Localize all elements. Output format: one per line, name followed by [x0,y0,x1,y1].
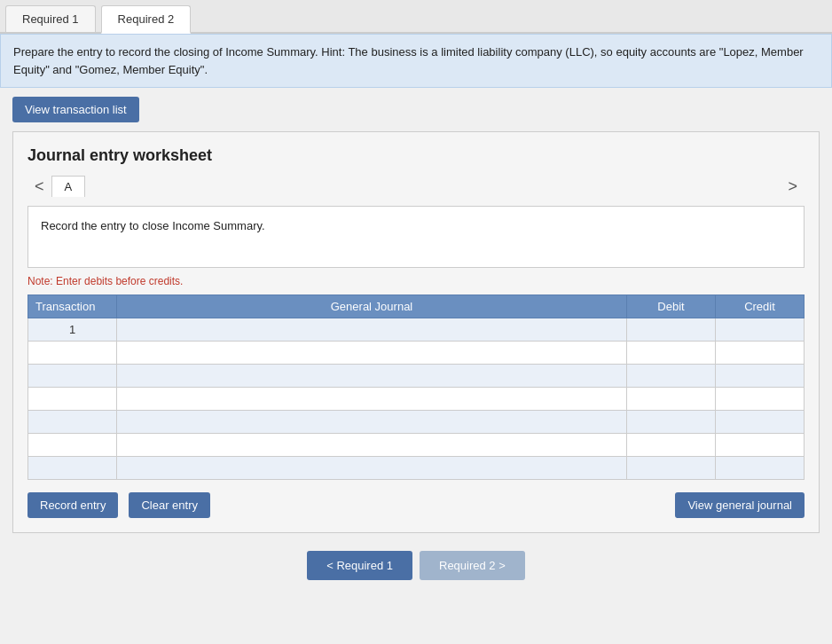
entry-nav: < A > [27,176,805,197]
credit-cell[interactable] [716,342,805,365]
tab-required1[interactable]: Required 1 [5,5,96,32]
clear-entry-button[interactable]: Clear entry [129,492,210,518]
journal-cell[interactable] [117,318,627,342]
journal-input[interactable] [117,342,626,364]
table-row [28,434,805,457]
entry-description-text: Record the entry to close Income Summary… [41,219,265,232]
table-row [28,365,805,388]
journal-table: Transaction General Journal Debit Credit… [27,295,805,480]
hint-text: Prepare the entry to record the closing … [13,45,804,76]
debit-cell[interactable] [627,342,716,365]
journal-cell[interactable] [117,342,627,365]
debit-cell[interactable] [627,411,716,434]
transaction-cell [28,434,117,457]
credit-input[interactable] [716,318,804,341]
credit-input[interactable] [716,342,804,364]
debit-cell[interactable] [627,388,716,411]
credit-input[interactable] [716,434,804,456]
journal-input[interactable] [117,318,626,341]
journal-input[interactable] [117,411,626,433]
journal-cell[interactable] [117,411,627,434]
worksheet-panel: Journal entry worksheet < A > Record the… [12,131,820,533]
record-entry-button[interactable]: Record entry [27,492,118,518]
worksheet-title: Journal entry worksheet [27,146,805,165]
transaction-cell [28,342,117,365]
transaction-cell: 1 [28,318,117,342]
view-transaction-btn[interactable]: View transaction list [12,97,139,122]
debit-cell[interactable] [627,365,716,388]
table-row [28,457,805,480]
buttons-row: Record entry Clear entry View general jo… [27,492,805,518]
view-general-journal-button[interactable]: View general journal [675,492,805,518]
journal-cell[interactable] [117,388,627,411]
debit-input[interactable] [627,434,715,456]
journal-cell[interactable] [117,365,627,388]
journal-input[interactable] [117,434,626,456]
credit-cell[interactable] [716,434,805,457]
entry-tab-a[interactable]: A [51,176,86,197]
prev-entry-arrow[interactable]: < [27,177,51,196]
next-entry-arrow[interactable]: > [781,177,805,196]
tab-required2[interactable]: Required 2 [101,5,192,34]
table-row: 1 [28,318,805,342]
journal-input[interactable] [117,365,626,387]
table-row [28,388,805,411]
col-header-credit: Credit [716,295,805,318]
credit-cell[interactable] [716,318,805,342]
bottom-nav: < Required 1 Required 2 > [0,551,832,598]
transaction-cell [28,365,117,388]
debit-input[interactable] [627,342,715,364]
view-transaction-area: View transaction list [0,88,832,131]
credit-input[interactable] [716,457,804,479]
credit-cell[interactable] [716,388,805,411]
credit-cell[interactable] [716,457,805,480]
debit-input[interactable] [627,457,715,479]
debit-cell[interactable] [627,318,716,342]
transaction-cell [28,411,117,434]
debit-input[interactable] [627,411,715,433]
credit-cell[interactable] [716,411,805,434]
credit-input[interactable] [716,388,804,410]
note-text: Note: Enter debits before credits. [27,275,805,287]
debit-input[interactable] [627,388,715,410]
table-row [28,342,805,365]
table-row [28,411,805,434]
col-header-transaction: Transaction [28,295,117,318]
transaction-cell [28,457,117,480]
tabs-bar: Required 1 Required 2 [0,0,832,34]
prev-required-button[interactable]: < Required 1 [307,551,412,580]
debit-input[interactable] [627,318,715,341]
col-header-general-journal: General Journal [117,295,627,318]
page-wrapper: Required 1 Required 2 Prepare the entry … [0,0,832,644]
next-required-button[interactable]: Required 2 > [420,551,525,580]
col-header-debit: Debit [627,295,716,318]
debit-input[interactable] [627,365,715,387]
journal-input[interactable] [117,388,626,410]
journal-cell[interactable] [117,457,627,480]
credit-cell[interactable] [716,365,805,388]
transaction-cell [28,388,117,411]
journal-input[interactable] [117,457,626,479]
hint-box: Prepare the entry to record the closing … [0,34,832,88]
debit-cell[interactable] [627,457,716,480]
debit-cell[interactable] [627,434,716,457]
credit-input[interactable] [716,365,804,387]
credit-input[interactable] [716,411,804,433]
entry-description: Record the entry to close Income Summary… [27,206,805,268]
journal-cell[interactable] [117,434,627,457]
